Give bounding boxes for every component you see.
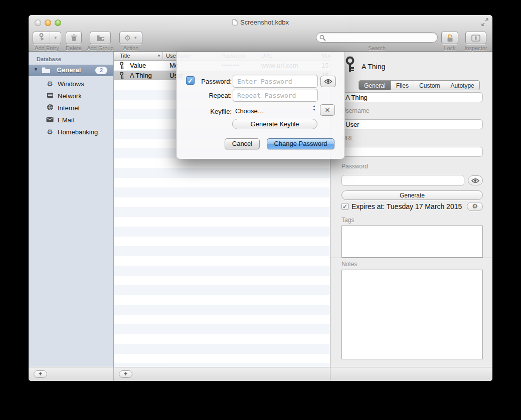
sidebar-item-email[interactable]: EMail — [29, 114, 113, 126]
entry-title: Value — [130, 62, 146, 69]
search-icon — [319, 35, 326, 41]
sidebar-item-windows[interactable]: ⚙ Windows — [29, 78, 113, 90]
tab-files[interactable]: Files — [391, 81, 414, 90]
change-password-button[interactable]: Change Password — [267, 138, 334, 149]
gear-icon: ⚙ — [124, 34, 131, 42]
inspector-panel: A Thing General Files Custom Autotype Us… — [330, 52, 492, 367]
chevron-down-icon: ▼ — [133, 36, 137, 40]
password-field[interactable] — [341, 175, 464, 186]
action-label: Action — [119, 45, 142, 51]
generate-keyfile-button[interactable]: Generate Keyfile — [232, 119, 317, 129]
password-label: Password — [341, 163, 368, 170]
window-title-bar: Screenshot.kdbx — [29, 19, 492, 26]
eye-icon — [471, 178, 479, 183]
sidebar-item-label: EMail — [58, 116, 74, 124]
sidebar-item-label: Network — [58, 92, 82, 100]
gear-icon: ⚙ — [472, 202, 478, 210]
reveal-password-button[interactable] — [468, 175, 483, 185]
gear-icon: ⚙ — [46, 128, 54, 136]
inspector-button[interactable] — [465, 32, 486, 44]
envelope-icon — [46, 116, 54, 124]
password-label: Password: — [196, 78, 232, 85]
lock-label: Lock — [437, 45, 462, 51]
expires-label: Expires at: Tuesday 17 March 2015 — [352, 202, 462, 211]
column-divider[interactable] — [162, 52, 163, 61]
tab-custom[interactable]: Custom — [414, 81, 445, 90]
entry-title: A Thing — [130, 72, 152, 79]
window-header: Screenshot.kdbx ▼ Add Entry Delete Add G… — [29, 15, 492, 52]
column-header-title[interactable]: Title — [120, 53, 130, 59]
gear-icon: ⚙ — [46, 80, 54, 88]
trash-icon — [71, 34, 77, 42]
notes-field[interactable] — [341, 270, 483, 359]
sidebar-section-header: Database — [37, 56, 61, 62]
folder-icon — [42, 67, 51, 74]
bottom-bar: + + — [29, 367, 492, 381]
search-input[interactable] — [316, 32, 438, 43]
tags-field[interactable] — [341, 226, 483, 258]
expiry-settings-button[interactable]: ⚙ — [467, 202, 483, 211]
disclosure-triangle-icon[interactable]: ▼ — [34, 67, 38, 72]
key-icon — [119, 62, 124, 69]
password-checkbox[interactable]: ✓ — [186, 76, 195, 85]
inspector-label: Inspector — [460, 45, 492, 51]
window-title: Screenshot.kdbx — [240, 19, 289, 26]
inspector-tabs: General Files Custom Autotype — [359, 80, 480, 90]
url-field[interactable] — [341, 147, 483, 157]
inspector-entry-title: A Thing — [362, 63, 385, 71]
lock-button[interactable] — [441, 32, 458, 44]
add-group-footer-button[interactable]: + — [34, 370, 47, 378]
title-field[interactable] — [341, 92, 483, 102]
repeat-label: Repeat: — [196, 92, 232, 99]
globe-icon — [46, 104, 54, 112]
sidebar-item-label: Homebanking — [58, 128, 98, 136]
add-group-button[interactable] — [90, 32, 111, 44]
footer-divider — [330, 367, 330, 381]
username-label: Username — [341, 107, 369, 114]
action-button[interactable]: ⚙ ▼ — [119, 32, 142, 44]
key-icon — [33, 33, 50, 43]
sort-indicator-icon: ▼ — [157, 54, 161, 58]
eye-icon — [324, 79, 332, 84]
key-icon — [344, 56, 356, 72]
footer-divider — [113, 367, 114, 381]
keyfile-label: Keyfile: — [196, 108, 232, 115]
stepper-arrows-icon[interactable]: ▲▼ — [312, 104, 316, 111]
cancel-button[interactable]: Cancel — [225, 138, 260, 149]
sidebar-group-general[interactable]: ▼ General 2 — [29, 65, 113, 76]
sidebar-group-label: General — [57, 66, 81, 74]
info-panel-icon — [471, 35, 480, 42]
sidebar-item-label: Internet — [58, 104, 80, 112]
reveal-password-button[interactable] — [320, 76, 336, 87]
delete-button[interactable] — [66, 32, 82, 44]
add-entry-button[interactable]: ▼ — [33, 32, 61, 44]
fullscreen-icon[interactable] — [480, 18, 489, 26]
sidebar-item-network[interactable]: Network — [29, 90, 113, 102]
add-group-label: Add Group — [84, 45, 117, 51]
section-divider — [330, 258, 492, 258]
repeat-password-input[interactable] — [233, 89, 318, 102]
change-password-sheet: ✓ Password: Repeat: Keyfile: Choose… ▲▼ … — [176, 52, 345, 159]
generate-password-button[interactable]: Generate — [341, 190, 483, 200]
entry-count-badge: 2 — [95, 67, 107, 74]
sidebar: Database ▼ General 2 ⚙ Windows Network I… — [29, 52, 113, 367]
search-label: Search — [316, 45, 438, 51]
notes-label: Notes — [341, 261, 357, 268]
unlock-icon — [446, 34, 454, 42]
expires-checkbox[interactable]: ✓ — [341, 203, 349, 210]
key-icon — [119, 72, 124, 79]
clear-keyfile-button[interactable]: × — [320, 104, 335, 116]
document-icon — [232, 19, 238, 26]
server-icon — [46, 92, 54, 100]
close-icon: × — [325, 107, 330, 114]
folder-plus-icon — [96, 35, 105, 42]
keyfile-popup[interactable]: Choose… — [235, 107, 264, 115]
add-entry-label: Add Entry — [33, 45, 61, 51]
enter-password-input[interactable] — [233, 75, 318, 88]
tab-autotype[interactable]: Autotype — [445, 81, 479, 90]
add-entry-footer-button[interactable]: + — [119, 370, 132, 378]
tab-general[interactable]: General — [359, 81, 391, 90]
sidebar-item-internet[interactable]: Internet — [29, 102, 113, 114]
sidebar-item-homebanking[interactable]: ⚙ Homebanking — [29, 126, 113, 138]
username-field[interactable] — [341, 119, 483, 129]
